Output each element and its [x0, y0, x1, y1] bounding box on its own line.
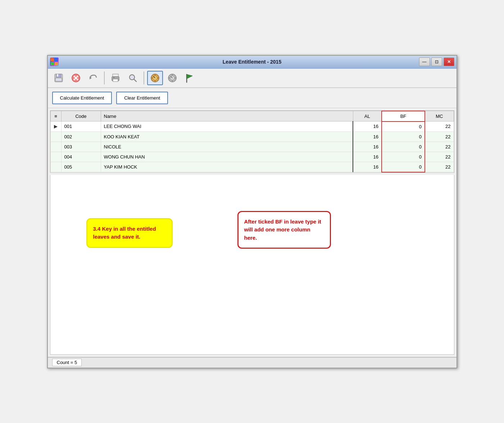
toolbar: [48, 69, 457, 88]
row-icon: ▶: [50, 121, 61, 132]
button-area: Calculate Entitlement Clear Entitlement: [48, 88, 457, 108]
window-title: Leave Entitlement - 2015: [223, 59, 281, 65]
row-mc: 22: [425, 142, 454, 152]
svg-rect-6: [57, 74, 58, 77]
row-bf[interactable]: 0: [382, 152, 425, 162]
callout-red-text: After ticked BF in leave type it will ad…: [244, 219, 321, 241]
count-status: Count = 5: [52, 359, 82, 366]
row-name: LEE CHONG WAI: [101, 121, 353, 132]
save-icon: [54, 73, 64, 83]
window-controls: — ⊡ ✕: [419, 58, 454, 66]
row-icon: [50, 132, 61, 142]
flag-button[interactable]: [182, 71, 197, 85]
row-code: 004: [61, 152, 101, 162]
col-header-bf: BF: [382, 111, 425, 121]
row-bf[interactable]: 0: [382, 132, 425, 142]
svg-marker-34: [187, 74, 192, 79]
process1-button[interactable]: [147, 71, 163, 85]
calculate-entitlement-button[interactable]: Calculate Entitlement: [52, 92, 112, 104]
svg-rect-7: [55, 78, 62, 81]
search-icon: [128, 73, 138, 83]
status-bar: Count = 5: [48, 357, 457, 368]
col-header-name: Name: [101, 111, 353, 121]
col-header-al: AL: [353, 111, 382, 121]
undo-button[interactable]: [85, 71, 101, 85]
close-button[interactable]: ✕: [444, 58, 454, 66]
svg-rect-1: [55, 58, 58, 61]
clear-entitlement-button[interactable]: Clear Entitlement: [116, 92, 168, 104]
table-body: ▶ 001 LEE CHONG WAI 16 0 22 002 KOO KIAN…: [50, 121, 454, 172]
print-icon: [110, 73, 121, 83]
toolbar-separator-2: [144, 72, 144, 84]
callout-yellow: 3.4 Key in all the entitled leaves and s…: [86, 218, 173, 248]
row-name: WONG CHUN HAN: [101, 152, 353, 162]
main-window: Leave Entitlement - 2015 — ⊡ ✕: [47, 55, 457, 368]
row-bf[interactable]: 0: [382, 142, 425, 152]
title-bar-left: [50, 58, 59, 66]
table-row[interactable]: 004 WONG CHUN HAN 16 0 22: [50, 152, 454, 162]
row-mc: 22: [425, 152, 454, 162]
row-name: YAP KIM HOCK: [101, 162, 353, 172]
row-al: 16: [353, 152, 382, 162]
svg-rect-3: [55, 62, 58, 65]
toolbar-separator-1: [104, 72, 105, 84]
row-bf[interactable]: 0: [382, 121, 425, 132]
flag-icon: [185, 73, 195, 83]
row-icon: [50, 152, 61, 162]
table-row[interactable]: 002 KOO KIAN KEAT 16 0 22: [50, 132, 454, 142]
app-icon: [50, 58, 59, 66]
table-row[interactable]: 005 YAP KIM HOCK 16 0 22: [50, 162, 454, 172]
main-content-area: 3.4 Key in all the entitled leaves and s…: [50, 175, 454, 355]
process2-button[interactable]: [164, 71, 180, 85]
svg-line-17: [134, 79, 136, 82]
row-al: 16: [353, 162, 382, 172]
row-code: 003: [61, 142, 101, 152]
row-al: 16: [353, 121, 382, 132]
data-table-container: ≡ Code Name AL BF MC ▶ 001 LEE CHONG WAI…: [50, 110, 454, 173]
row-al: 16: [353, 142, 382, 152]
row-al: 16: [353, 132, 382, 142]
entitlement-table: ≡ Code Name AL BF MC ▶ 001 LEE CHONG WAI…: [50, 111, 454, 173]
col-header-code: Code: [61, 111, 101, 121]
table-row[interactable]: 003 NICOLE 16 0 22: [50, 142, 454, 152]
process2-icon: [167, 73, 177, 83]
row-code: 005: [61, 162, 101, 172]
delete-icon: [71, 73, 81, 83]
process1-icon: [150, 73, 160, 83]
save-button[interactable]: [51, 71, 67, 85]
row-mc: 22: [425, 121, 454, 132]
row-icon: [50, 142, 61, 152]
table-row[interactable]: ▶ 001 LEE CHONG WAI 16 0 22: [50, 121, 454, 132]
svg-rect-0: [51, 58, 54, 61]
col-header-icon: ≡: [50, 111, 61, 121]
row-name: NICOLE: [101, 142, 353, 152]
callout-yellow-text: 3.4 Key in all the entitled leaves and s…: [93, 226, 156, 240]
row-icon: [50, 162, 61, 172]
undo-icon: [88, 73, 98, 83]
svg-rect-14: [113, 79, 118, 82]
table-header-row: ≡ Code Name AL BF MC: [50, 111, 454, 121]
row-mc: 22: [425, 132, 454, 142]
maximize-button[interactable]: ⊡: [431, 58, 442, 66]
title-bar: Leave Entitlement - 2015 — ⊡ ✕: [48, 56, 457, 69]
row-code: 002: [61, 132, 101, 142]
row-name: KOO KIAN KEAT: [101, 132, 353, 142]
print-button[interactable]: [108, 71, 123, 85]
row-bf[interactable]: 0: [382, 162, 425, 172]
search-button[interactable]: [125, 71, 141, 85]
svg-rect-15: [113, 77, 114, 78]
minimize-button[interactable]: —: [419, 58, 430, 66]
delete-button[interactable]: [68, 71, 84, 85]
svg-point-18: [131, 76, 133, 79]
callout-red: After ticked BF in leave type it will ad…: [237, 211, 331, 249]
svg-rect-2: [51, 62, 54, 65]
col-header-mc: MC: [425, 111, 454, 121]
row-code: 001: [61, 121, 101, 132]
row-mc: 22: [425, 162, 454, 172]
